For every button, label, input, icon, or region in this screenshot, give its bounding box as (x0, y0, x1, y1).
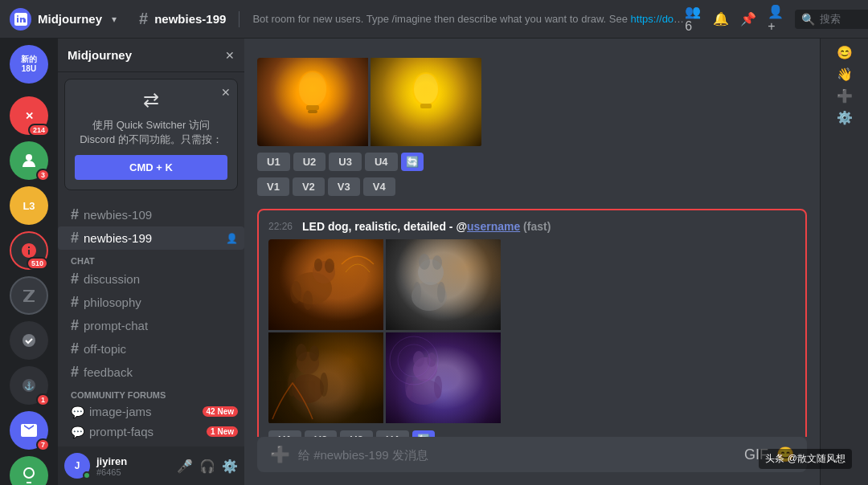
hash-icon: # (71, 317, 79, 334)
server-icon-10[interactable] (10, 456, 48, 485)
channel-item-newbies109[interactable]: # newbies-109 (58, 203, 244, 226)
hash-icon: # (71, 271, 79, 287)
action-buttons-top-2: U1 U2 U3 U4 🔄 (268, 430, 796, 437)
bell-icon[interactable]: 🔔 (713, 11, 729, 26)
dog-art-1 (268, 239, 383, 330)
dog-art-4 (386, 332, 501, 423)
channel-title: newbies-199 (154, 12, 226, 26)
u2-button[interactable]: U2 (293, 153, 326, 171)
u3-button-2[interactable]: U3 (340, 430, 373, 437)
quick-switcher-close-icon[interactable]: ✕ (221, 86, 231, 99)
action-buttons-bottom-1: V1 V2 V3 V4 (257, 177, 807, 196)
channel-item-newbies199[interactable]: # newbies-199 👤 (58, 226, 244, 250)
message-content-2: 22:26 LED dog, realistic, detailed - @us… (257, 209, 807, 437)
section-chat: CHAT (58, 250, 244, 267)
add-member-icon[interactable]: 👤+ (768, 4, 784, 34)
search-icon: 🔍 (801, 13, 815, 26)
channel-item-off-topic[interactable]: # off-topic (58, 337, 244, 361)
channel-item-philosophy[interactable]: # philosophy (58, 291, 244, 314)
add-right-icon[interactable]: ➕ (837, 88, 853, 104)
refresh-button-2[interactable]: 🔄 (412, 430, 435, 437)
server-icon-2[interactable]: ✕ 214 (10, 96, 48, 135)
u1-button[interactable]: U1 (257, 153, 290, 171)
v4-button[interactable]: V4 (363, 177, 395, 196)
message-group-1: U1 U2 U3 U4 🔄 V1 V2 V3 V4 (257, 51, 807, 196)
u1-button-2[interactable]: U1 (268, 430, 301, 437)
svg-point-7 (413, 73, 439, 105)
dog-image-3 (268, 332, 383, 423)
v1-button[interactable]: V1 (257, 177, 289, 196)
u4-button[interactable]: U4 (365, 153, 398, 171)
sidebar-header-close-icon[interactable]: ✕ (225, 49, 235, 62)
channel-header: # newbies-199 Bot room for new users. Ty… (139, 10, 685, 28)
dropdown-arrow-icon[interactable]: ▾ (112, 14, 117, 25)
channel-item-discussion[interactable]: # discussion (58, 267, 244, 291)
server-badge-8: 1 (36, 393, 50, 406)
channel-name-philosophy: philosophy (84, 295, 238, 309)
message-timestamp: 22:26 (268, 221, 293, 232)
emoji-icon[interactable]: 😊 (776, 446, 794, 463)
message-group-2: 22:26 LED dog, realistic, detailed - @us… (257, 209, 807, 437)
forum-bubble-icon: 💬 (71, 406, 84, 418)
settings-right-icon[interactable]: ⚙️ (837, 110, 853, 125)
svg-point-26 (320, 373, 328, 397)
members-count-icon[interactable]: 👥 6 (685, 4, 702, 34)
channel-item-feedback[interactable]: # feedback (58, 361, 244, 384)
sidebar-header: Midjourney ✕ (58, 39, 244, 72)
server-icon (10, 8, 31, 31)
svg-text:⚓: ⚓ (24, 381, 35, 391)
svg-point-0 (26, 154, 32, 161)
server-icon-8[interactable]: ⚓ 1 (10, 366, 48, 405)
channel-item-prompt-faqs[interactable]: 💬 prompt-faqs 1 New (58, 422, 244, 442)
server-icon-z[interactable] (10, 276, 48, 315)
u2-button-2[interactable]: U2 (305, 430, 338, 437)
headset-icon[interactable]: 🎧 (199, 459, 215, 474)
dog-image-4 (386, 332, 501, 423)
user-info: jiyiren #6465 (96, 455, 170, 477)
svg-point-18 (432, 255, 442, 270)
wave-right-icon[interactable]: 👋 (837, 67, 853, 82)
bulb-art-1 (257, 58, 368, 146)
server-icon-l3[interactable]: L3 (10, 186, 48, 225)
channel-name-image-jams: image-jams (89, 405, 198, 418)
v3-button[interactable]: V3 (328, 177, 360, 196)
u3-button[interactable]: U3 (329, 153, 362, 171)
server-name: Midjourney (38, 12, 102, 26)
pin-icon[interactable]: 📌 (740, 11, 756, 26)
server-icon-9[interactable]: 7 (10, 411, 48, 450)
svg-rect-6 (308, 110, 317, 113)
sidebar-channels: # newbies-109 # newbies-199 👤 CHAT # dis… (58, 197, 244, 446)
user-avatar: J (64, 453, 90, 479)
gif-icon[interactable]: GIF (744, 446, 768, 463)
channel-divider (239, 11, 240, 27)
channel-item-image-jams[interactable]: 💬 image-jams 42 New (58, 401, 244, 422)
main-layout: 新的18U ✕ 214 3 L3 510 ⚓ 1 7 (0, 39, 868, 485)
smiley-right-icon[interactable]: 😊 (837, 45, 853, 60)
u4-button-2[interactable]: U4 (376, 430, 409, 437)
settings-icon[interactable]: ⚙️ (222, 459, 238, 474)
server-icon-7[interactable] (10, 321, 48, 360)
quick-switcher-button[interactable]: CMD + K (75, 155, 227, 180)
refresh-button-1[interactable]: 🔄 (401, 153, 424, 171)
server-icon-5[interactable]: 510 (10, 231, 48, 270)
quick-switcher-arrows-icon: ⇄ (75, 89, 227, 112)
hash-icon: # (71, 340, 79, 357)
hash-icon: # (71, 294, 79, 311)
server-icon-home[interactable]: 新的18U (10, 45, 48, 84)
v2-button[interactable]: V2 (293, 177, 325, 196)
quick-switcher-popup: ✕ ⇄ 使用 Quick Switcher 访问 Discord 的不同功能。只… (64, 79, 238, 190)
chat-input[interactable] (298, 448, 736, 462)
top-bar: Midjourney ▾ # newbies-199 Bot room for … (0, 0, 868, 39)
mute-icon[interactable]: 🎤 (177, 459, 193, 474)
server-icon-3[interactable]: 3 (10, 141, 48, 180)
prompt-faqs-badge: 1 New (207, 426, 238, 437)
add-attachment-icon[interactable]: ➕ (270, 445, 290, 464)
mention-user[interactable]: username (467, 220, 520, 233)
server-badge-5: 510 (27, 257, 48, 270)
svg-point-11 (325, 259, 334, 273)
search-box[interactable]: 🔍 (795, 10, 868, 29)
username: jiyiren (96, 455, 170, 467)
search-input[interactable] (820, 13, 868, 25)
svg-point-19 (413, 282, 421, 303)
channel-item-prompt-chat[interactable]: # prompt-chat (58, 314, 244, 337)
